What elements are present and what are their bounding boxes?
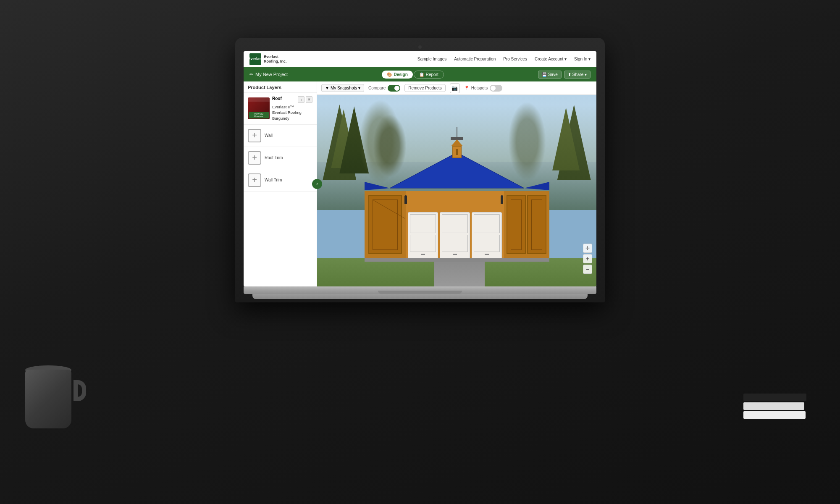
laptop-base [244,286,596,294]
layer-thumbnail-roof: View 3D Preview [248,97,270,119]
door-handle-3 [485,254,489,255]
garage-door-1 [408,212,438,258]
hotspots-toggle[interactable] [490,85,502,92]
coffee-mug [25,361,80,428]
collapse-sidebar-button[interactable]: ‹ [312,179,322,189]
cupola [451,127,463,158]
barn-visualization: ✛ + − [317,95,596,286]
add-wall-trim-button[interactable]: + [248,173,261,187]
barn-body [365,191,549,258]
top-navigation: Everlast Everlast Roofing, Inc. Sample I… [244,51,596,67]
hotspots-section: 📍 Hotspots [464,85,502,92]
door-inner-2 [531,200,542,250]
nav-sample-images[interactable]: Sample Images [417,57,446,61]
barn-right-section [504,191,549,258]
green-toolbar: ✏ My New Project 🎨 Design 📋 Report [244,67,596,81]
driveway [434,260,485,286]
layer-item-roof-trim: + Roof Trim [244,147,317,169]
cupola-window [456,149,458,155]
door-panel-bottom-1 [410,235,436,252]
snapshots-button[interactable]: ▼ My Snapshots ▾ [321,84,364,92]
door-handle-2 [453,254,457,255]
door-handle-1 [421,254,425,255]
layer-item-wall-trim: + Wall Trim [244,169,317,192]
nav-sign-in[interactable]: Sign In ▾ [574,57,591,61]
compare-section: Compare [368,85,400,92]
layer-remove-button[interactable]: ✕ [306,96,312,103]
project-title-area: ✏ My New Project [249,72,288,77]
garage-door-2 [440,212,470,258]
move-button[interactable]: ✛ [583,244,592,253]
toolbar-right-actions: 💾 Save ⬆ Share ▾ [538,71,591,79]
layer-name-roof-trim: Roof Trim [265,155,283,160]
main-content: Product Layers View 3D Preview [244,81,596,286]
remove-products-button[interactable]: Remove Products [404,84,445,92]
layer-name-roof: Roof [272,96,282,101]
snapshots-icon: ▼ [325,86,329,90]
design-tab-icon: 🎨 [387,72,392,77]
nav-auto-prep[interactable]: Automatic Preparation [454,57,496,61]
tab-design[interactable]: 🎨 Design [382,71,412,79]
logo-text: Everlast Roofing, Inc. [264,55,287,64]
location-icon: 📍 [464,86,469,90]
logo-icon: Everlast [249,53,261,65]
hotspots-toggle-knob [491,86,496,91]
garage-doors-section [406,191,504,258]
compare-label: Compare [368,86,386,90]
tab-report[interactable]: 📋 Report [414,71,444,79]
zoom-controls: ✛ + − [583,244,592,274]
barn-foundation [365,258,549,262]
add-roof-trim-button[interactable]: + [248,151,261,165]
pencil-icon: ✏ [249,72,253,77]
garage-door-3 [472,212,502,258]
sidebar-header: Product Layers [244,81,317,93]
layer-info-button[interactable]: i [298,96,304,103]
save-button[interactable]: 💾 Save [538,71,562,79]
layer-item-roof: View 3D Preview Roof i ✕ [244,93,317,125]
barn-door-right-2 [527,195,546,254]
laptop-camera [418,45,422,49]
view-3d-button[interactable]: View 3D Preview [249,112,269,118]
report-tab-icon: 📋 [419,72,424,77]
toggle-knob [394,86,399,91]
barn-door-right-1 [507,195,526,254]
layer-item-wall: + Wall [244,125,317,147]
svg-marker-2 [524,182,549,190]
laptop: Everlast Everlast Roofing, Inc. Sample I… [235,38,605,302]
layer-info-roof: Everlast II™ Everlast Roofing Burgundy [272,104,312,121]
cupola-body [452,146,462,158]
layer-name-wall: Wall [265,133,273,138]
share-button[interactable]: ⬆ Share ▾ [564,71,591,79]
door-inner-1 [511,200,522,250]
compare-toggle[interactable] [388,85,400,92]
door-panel-bottom-2 [442,235,468,252]
barn-left-section [365,191,406,258]
door-panel-bottom-3 [474,235,500,252]
add-wall-button[interactable]: + [248,129,261,142]
logo-area: Everlast Everlast Roofing, Inc. [249,53,287,65]
design-report-tabs: 🎨 Design 📋 Report [382,71,444,79]
project-title[interactable]: My New Project [255,72,288,77]
svg-marker-1 [365,182,390,190]
laptop-screen: Everlast Everlast Roofing, Inc. Sample I… [244,51,596,286]
door-panel-top-3 [474,214,500,233]
product-layers-sidebar: Product Layers View 3D Preview [244,81,317,286]
laptop-bottom [252,294,588,299]
canvas-area: ▼ My Snapshots ▾ Compare Remove Products [317,81,596,286]
nav-create-account[interactable]: Create Account ▾ [535,57,567,61]
hotspots-label: Hotspots [471,86,488,90]
secondary-toolbar: ▼ My Snapshots ▾ Compare Remove Products [317,81,596,95]
barn-structure [365,150,549,262]
app-container: Everlast Everlast Roofing, Inc. Sample I… [244,51,596,286]
lamp-2 [501,195,503,204]
books-stack [743,394,806,420]
layer-name-wall-trim: Wall Trim [265,178,282,182]
lamp-1 [404,195,407,204]
camera-icon: 📷 [452,85,458,91]
weather-vane-pole [457,127,457,138]
nav-pro-services[interactable]: Pro Services [503,57,527,61]
zoom-out-button[interactable]: − [583,265,592,274]
zoom-in-button[interactable]: + [583,254,592,263]
camera-button[interactable]: 📷 [450,83,460,93]
door-panel-top-2 [442,214,468,233]
